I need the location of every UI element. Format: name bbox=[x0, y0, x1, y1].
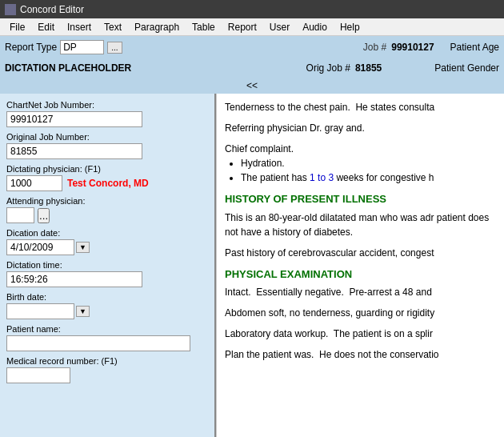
bullet-item-1: Hydration. bbox=[241, 156, 496, 170]
abdomen-text: Abdomen soft, no tenderness, guarding or… bbox=[225, 306, 496, 320]
patient-age-label: Patient Age bbox=[450, 42, 499, 53]
patient-name-group: Patient name: bbox=[6, 324, 208, 351]
menu-help[interactable]: Help bbox=[334, 20, 366, 34]
chartnet-job-input[interactable] bbox=[6, 111, 142, 127]
menu-audio[interactable]: Audio bbox=[296, 20, 334, 34]
menu-paragraph[interactable]: Paragraph bbox=[128, 20, 186, 34]
doc-para-3: Chief complaint. Hydration. The patient … bbox=[225, 142, 496, 185]
history-text: This is an 80-year-old dilatated man who… bbox=[225, 210, 496, 239]
birth-date-dropdown-button[interactable]: ▼ bbox=[76, 306, 90, 317]
dictation-placeholder: DICTATION PLACEHOLDER bbox=[5, 62, 131, 74]
chartnet-job-label: ChartNet Job Number: bbox=[6, 100, 208, 110]
physician-name: Test Concord, MD bbox=[67, 178, 149, 189]
dictating-physician-group: Dictating physician: (F1) Test Concord, … bbox=[6, 164, 208, 191]
job-info: Job # 99910127 Patient Age bbox=[363, 42, 499, 53]
medical-record-input[interactable] bbox=[6, 367, 70, 383]
report-type-ellipsis-button[interactable]: ... bbox=[107, 42, 122, 54]
report-type-label: Report Type bbox=[5, 42, 57, 53]
job-number-pair: Job # 99910127 bbox=[363, 42, 434, 53]
dication-date-label: Dication date: bbox=[6, 228, 208, 238]
date-dropdown-button[interactable]: ▼ bbox=[76, 242, 90, 253]
bullet-item-2: The patient has 1 to 3 weeks for congest… bbox=[241, 170, 496, 185]
dication-date-group: Dication date: ▼ bbox=[6, 228, 208, 255]
main-content: ChartNet Job Number: Original Job Number… bbox=[0, 94, 504, 437]
past-history-text: Past history of cerebrovascular accident… bbox=[225, 246, 496, 260]
patient-gender-label: Patient Gender bbox=[434, 62, 499, 74]
attending-physician-label: Attending physician: bbox=[6, 196, 208, 206]
orig-job-section: Orig Job # 81855 Patient Gender bbox=[306, 62, 499, 74]
menu-table[interactable]: Table bbox=[186, 20, 222, 34]
attending-row: ... bbox=[6, 207, 208, 223]
medical-record-label: Medical record number: (F1) bbox=[6, 356, 208, 366]
laboratory-text: Laboratory data workup. The patient is o… bbox=[225, 327, 496, 341]
menu-report[interactable]: Report bbox=[222, 20, 263, 34]
menu-text[interactable]: Text bbox=[98, 20, 128, 34]
orig-job-value: 81855 bbox=[355, 62, 382, 74]
birth-date-label: Birth date: bbox=[6, 292, 208, 302]
original-job-label: Original Job Number: bbox=[6, 132, 208, 142]
info-row2: << bbox=[0, 78, 504, 94]
physician-row: Test Concord, MD bbox=[6, 175, 208, 191]
toolbar: Report Type ... Job # 99910127 Patient A… bbox=[0, 36, 504, 58]
attending-physician-group: Attending physician: ... bbox=[6, 196, 208, 223]
physical-exam-heading: PHYSICAL EXAMINATION bbox=[225, 267, 496, 283]
doc-para-2: Referring physician Dr. gray and. bbox=[225, 121, 496, 135]
dictating-physician-label: Dictating physician: (F1) bbox=[6, 164, 208, 174]
birth-date-group: Birth date: ▼ bbox=[6, 292, 208, 319]
menu-file[interactable]: File bbox=[3, 20, 31, 34]
menu-user[interactable]: User bbox=[263, 20, 296, 34]
bullet-list: Hydration. The patient has 1 to 3 weeks … bbox=[241, 156, 496, 185]
dictation-time-group: Dictation time: bbox=[6, 260, 208, 287]
left-panel: ChartNet Job Number: Original Job Number… bbox=[0, 94, 216, 437]
patient-age-section: Patient Age bbox=[450, 42, 499, 53]
menu-edit[interactable]: Edit bbox=[31, 20, 61, 34]
report-type-input[interactable] bbox=[60, 40, 104, 54]
birth-date-input[interactable] bbox=[6, 303, 74, 319]
medical-record-group: Medical record number: (F1) bbox=[6, 356, 208, 383]
doc-para-1: Tenderness to the chest pain. He states … bbox=[225, 100, 496, 114]
birth-date-row: ▼ bbox=[6, 303, 208, 319]
orig-job-label: Orig Job # bbox=[306, 62, 350, 74]
job-label: Job # bbox=[363, 42, 386, 53]
app-title: Concord Editor bbox=[20, 4, 84, 15]
title-bar: Concord Editor bbox=[0, 0, 504, 18]
dictation-row: DICTATION PLACEHOLDER Orig Job # 81855 P… bbox=[0, 58, 504, 78]
right-panel: Tenderness to the chest pain. He states … bbox=[216, 94, 504, 437]
dictation-time-label: Dictation time: bbox=[6, 260, 208, 270]
app-icon bbox=[5, 4, 16, 15]
patient-name-label: Patient name: bbox=[6, 324, 208, 334]
chartnet-job-group: ChartNet Job Number: bbox=[6, 100, 208, 127]
report-type-section: Report Type ... bbox=[5, 40, 122, 54]
chevron-left[interactable]: << bbox=[246, 80, 258, 91]
dictating-physician-input[interactable] bbox=[6, 175, 62, 191]
plan-text: Plan the patient was. He does not the co… bbox=[225, 347, 496, 362]
attending-ellipsis-button[interactable]: ... bbox=[38, 208, 50, 223]
original-job-group: Original Job Number: bbox=[6, 132, 208, 159]
dictation-time-input[interactable] bbox=[6, 271, 142, 287]
original-job-input[interactable] bbox=[6, 143, 142, 159]
attending-physician-input[interactable] bbox=[6, 207, 34, 223]
dication-date-input[interactable] bbox=[6, 239, 74, 255]
history-heading: HISTORY OF PRESENT ILLNESS bbox=[225, 191, 496, 207]
menu-insert[interactable]: Insert bbox=[61, 20, 98, 34]
date-row: ▼ bbox=[6, 239, 208, 255]
physical-exam-text: Intact. Essentially negative. Pre-arrest… bbox=[225, 285, 496, 299]
menu-bar: File Edit Insert Text Paragraph Table Re… bbox=[0, 18, 504, 36]
job-value: 99910127 bbox=[391, 42, 434, 53]
patient-name-input[interactable] bbox=[6, 335, 190, 351]
